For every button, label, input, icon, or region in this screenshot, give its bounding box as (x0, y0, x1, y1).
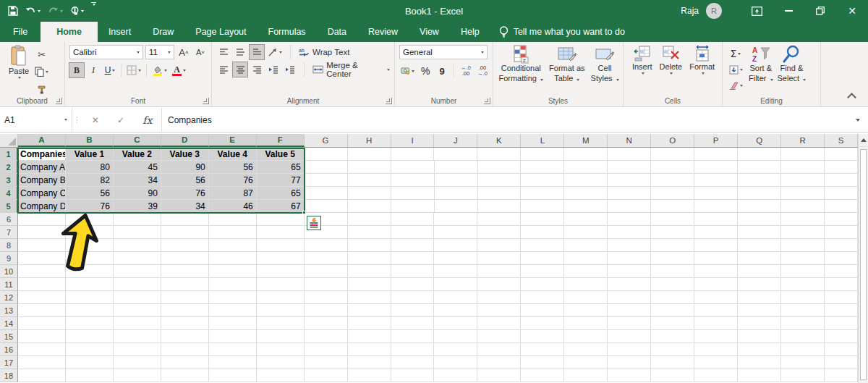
cell-Q17[interactable] (738, 356, 781, 369)
cell-M13[interactable] (564, 304, 608, 317)
cell-B13[interactable] (66, 304, 114, 317)
cell-I16[interactable] (391, 343, 435, 356)
cell-G11[interactable] (305, 278, 348, 291)
cell-N5[interactable] (608, 200, 651, 213)
cell-N13[interactable] (608, 304, 651, 317)
increase-decimal-button[interactable]: ←.0.00 (459, 64, 473, 78)
cell-O6[interactable] (651, 213, 694, 226)
cell-B16[interactable] (66, 343, 114, 356)
cell-J7[interactable] (434, 226, 477, 239)
cell-K14[interactable] (477, 317, 521, 330)
cell-C2[interactable]: 45 (114, 161, 161, 174)
cell-J9[interactable] (434, 252, 477, 265)
tab-draw[interactable]: Draw (142, 22, 184, 42)
cell-S7[interactable] (825, 226, 858, 239)
collapse-ribbon-button[interactable] (847, 93, 856, 102)
cell-M14[interactable] (564, 317, 608, 330)
cell-S15[interactable] (825, 330, 858, 343)
cell-G18[interactable] (305, 369, 348, 382)
cell-M18[interactable] (564, 369, 608, 382)
column-header-P[interactable]: P (694, 134, 738, 147)
cell-Q12[interactable] (738, 291, 781, 304)
cell-I13[interactable] (391, 304, 435, 317)
cell-I2[interactable] (391, 161, 435, 174)
cell-L16[interactable] (521, 343, 564, 356)
clipboard-dialog-launcher[interactable] (56, 98, 62, 104)
cell-P15[interactable] (694, 330, 738, 343)
merge-center-button[interactable]: Merge & Center (311, 62, 391, 77)
cell-S9[interactable] (825, 252, 858, 265)
cell-Q11[interactable] (738, 278, 781, 291)
cell-F8[interactable] (257, 239, 305, 252)
format-painter-button[interactable] (33, 82, 50, 96)
cell-D1[interactable]: Value 3 (161, 148, 209, 161)
cell-I18[interactable] (391, 369, 435, 382)
cell-D18[interactable] (161, 369, 209, 382)
cell-M8[interactable] (564, 239, 608, 252)
cell-I12[interactable] (391, 291, 435, 304)
cancel-entry-button[interactable]: ✕ (92, 115, 99, 125)
cell-O9[interactable] (651, 252, 694, 265)
confirm-entry-button[interactable]: ✓ (117, 115, 124, 125)
cell-O17[interactable] (651, 356, 694, 369)
cell-R10[interactable] (781, 265, 825, 278)
undo-button[interactable] (23, 2, 43, 20)
italic-button[interactable]: I (86, 63, 101, 77)
cell-R6[interactable] (781, 213, 825, 226)
cell-D2[interactable]: 90 (161, 161, 209, 174)
alignment-dialog-launcher[interactable] (386, 98, 392, 104)
clear-button[interactable] (727, 78, 744, 93)
cell-E12[interactable] (209, 291, 257, 304)
cell-A12[interactable] (18, 291, 66, 304)
cell-C4[interactable]: 90 (114, 187, 161, 200)
cell-F16[interactable] (257, 343, 305, 356)
cell-L10[interactable] (521, 265, 564, 278)
cell-B18[interactable] (66, 369, 114, 382)
cell-K17[interactable] (477, 356, 521, 369)
cell-M3[interactable] (564, 174, 608, 187)
cell-Q16[interactable] (738, 343, 781, 356)
insert-function-button[interactable]: fx (142, 114, 152, 126)
wrap-text-button[interactable]: ab Wrap Text (297, 45, 351, 59)
cell-Q1[interactable] (738, 148, 781, 161)
increase-indent-button[interactable] (283, 62, 297, 77)
cell-F10[interactable] (257, 265, 305, 278)
cell-H15[interactable] (348, 330, 391, 343)
cell-C18[interactable] (114, 369, 161, 382)
cell-E3[interactable]: 76 (209, 174, 257, 187)
cell-N6[interactable] (608, 213, 651, 226)
cell-Q18[interactable] (738, 369, 781, 382)
cell-M1[interactable] (564, 148, 608, 161)
cell-L12[interactable] (521, 291, 564, 304)
cell-H8[interactable] (348, 239, 391, 252)
cell-Q8[interactable] (738, 239, 781, 252)
column-header-O[interactable]: O (651, 134, 694, 147)
cell-A18[interactable] (18, 369, 66, 382)
conditional-formatting-button[interactable]: ≠ Conditional Formatting (498, 45, 543, 93)
cell-O10[interactable] (651, 265, 694, 278)
cell-L1[interactable] (521, 148, 564, 161)
cell-B4[interactable]: 56 (66, 187, 114, 200)
cell-A4[interactable]: Company C (18, 187, 66, 200)
cell-S1[interactable] (825, 148, 858, 161)
cell-B15[interactable] (66, 330, 114, 343)
cell-N18[interactable] (608, 369, 651, 382)
row-header-14[interactable]: 14 (0, 317, 18, 330)
cell-J8[interactable] (434, 239, 477, 252)
cell-L6[interactable] (521, 213, 564, 226)
save-button[interactable] (6, 2, 20, 20)
cell-A6[interactable] (18, 213, 66, 226)
redo-button[interactable] (46, 2, 65, 20)
column-header-R[interactable]: R (781, 134, 825, 147)
cell-N12[interactable] (608, 291, 651, 304)
cell-R15[interactable] (781, 330, 825, 343)
cell-L11[interactable] (521, 278, 564, 291)
cell-D3[interactable]: 56 (161, 174, 209, 187)
cell-L2[interactable] (521, 161, 564, 174)
cell-K18[interactable] (477, 369, 521, 382)
cell-L8[interactable] (521, 239, 564, 252)
cell-C7[interactable] (114, 226, 161, 239)
cell-J3[interactable] (435, 174, 478, 187)
cell-P12[interactable] (694, 291, 738, 304)
cell-Q10[interactable] (738, 265, 781, 278)
